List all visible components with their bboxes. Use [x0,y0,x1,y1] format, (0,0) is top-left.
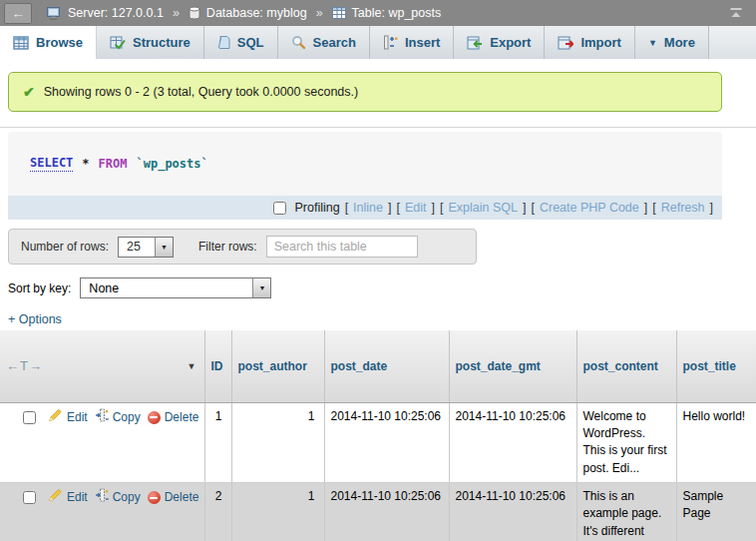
tabbar-filler [709,26,756,59]
tab-label: Insert [405,35,440,50]
options-toggle-link[interactable]: + Options [8,312,62,326]
cell-post-title: Sample Page [676,483,756,541]
sql-table-identifier: `wp_posts` [137,157,208,171]
row-select-checkbox[interactable] [23,411,36,424]
tab-search[interactable]: Search [278,26,370,59]
sql-query-display: SELECT * FROM `wp_posts` [8,132,722,196]
insert-icon [383,35,398,50]
tab-label: SQL [237,35,264,50]
bracket: ] [388,201,391,215]
tab-label: Structure [133,35,190,50]
breadcrumb: ← Server: 127.0.0.1 » Database: myblog »… [0,0,756,26]
breadcrumb-separator: » [173,6,180,20]
row-actions-cell: Edit Copy Delete [0,483,204,541]
cell-post-content: Welcome to WordPress. This is your first… [576,402,676,483]
cell-id: 2 [204,483,231,541]
row-actions-header: ←T→ ▼ [0,330,204,402]
import-icon [558,36,573,50]
copy-row-button[interactable]: Copy [95,408,141,427]
cell-post-date: 2014-11-10 10:25:06 [324,402,449,483]
table-row: Edit Copy Delete 1 1 2014-11-10 1 [0,402,756,483]
bracket: [ [652,201,655,215]
breadcrumb-server[interactable]: Server: 127.0.0.1 [68,6,164,20]
edit-row-button[interactable]: Edit [48,408,88,427]
tab-label: Export [490,35,531,50]
column-header-post-date[interactable]: post_date [324,330,449,402]
tab-sql[interactable]: SQL [204,26,278,59]
breadcrumb-database[interactable]: Database: myblog [206,6,307,20]
breadcrumb-separator: » [316,6,323,20]
tab-more[interactable]: ▼ More [635,26,709,59]
column-header-post-title[interactable]: post_title [676,330,756,402]
delete-icon [148,411,161,424]
copy-link: Copy [113,489,141,506]
chevron-down-icon: ▼ [648,38,657,48]
tab-structure[interactable]: Structure [97,26,204,59]
pencil-icon [48,488,63,507]
cell-post-date-gmt: 2014-11-10 10:25:06 [449,483,576,541]
cell-post-content: This is an example page. It's different … [576,483,676,541]
bracket: [ [345,201,348,215]
cell-id: 1 [204,402,231,483]
number-of-rows-label: Number of rows: [21,240,109,254]
column-header-post-content[interactable]: post_content [576,330,676,402]
sql-keyword-from: FROM [99,157,128,171]
back-arrow-button[interactable]: ← [4,3,32,24]
column-header-post-author[interactable]: post_author [231,330,324,402]
success-check-icon: ✔ [23,84,35,100]
tab-import[interactable]: Import [545,26,634,59]
sql-star: * [82,157,89,171]
tab-insert[interactable]: Insert [370,26,454,59]
profiling-label: Profiling [294,201,339,215]
edit-link: Edit [67,489,88,506]
tab-label: Browse [36,35,83,50]
search-icon [291,35,306,50]
profiling-checkbox[interactable] [273,202,286,215]
column-header-post-date-gmt[interactable]: post_date_gmt [449,330,576,402]
cell-post-date-gmt: 2014-11-10 10:25:06 [449,402,576,483]
pencil-icon [48,408,63,427]
sql-icon [217,35,230,50]
tab-browse[interactable]: Browse [0,26,97,59]
table-row: Edit Copy Delete 2 1 2014-11-10 1 [0,483,756,541]
browse-icon [13,36,29,50]
status-message: ✔ Showing rows 0 - 2 (3 total, Query too… [8,72,722,112]
row-select-checkbox[interactable] [23,491,36,504]
number-of-rows-select[interactable]: 25 ▼ [118,237,174,258]
transpose-icon[interactable]: ←T→ [6,358,43,373]
delete-row-button[interactable]: Delete [148,489,199,506]
rows-filter-bar: Number of rows: 25 ▼ Filter rows: [8,229,477,265]
bracket: ] [644,201,647,215]
bracket: [ [440,201,443,215]
number-of-rows-value: 25 [119,238,155,257]
export-icon [467,36,483,50]
collapse-to-top-icon[interactable] [728,7,744,19]
phpmyadmin-window: ← Server: 127.0.0.1 » Database: myblog »… [0,0,756,541]
create-php-code-link[interactable]: Create PHP Code [540,201,639,215]
sql-keyword-select: SELECT [30,156,73,172]
query-actions-bar: Profiling [ Inline ] [ Edit ] [ Explain … [8,196,722,220]
filter-rows-input[interactable] [266,236,418,258]
edit-row-button[interactable]: Edit [48,488,88,507]
sort-by-key-select[interactable]: None ▼ [80,277,271,298]
table-header-row: ←T→ ▼ ID post_author post_date post_date… [0,330,756,402]
sort-dropdown-icon[interactable]: ▼ [188,361,196,371]
server-icon [47,7,62,20]
copy-row-button[interactable]: Copy [95,488,141,507]
section-divider [0,127,756,128]
tab-export[interactable]: Export [454,26,545,59]
delete-icon [148,491,161,504]
structure-icon [110,36,126,50]
edit-query-link[interactable]: Edit [405,201,427,215]
breadcrumb-table[interactable]: Table: wp_posts [352,6,442,20]
bracket: ] [523,201,526,215]
inline-link[interactable]: Inline [353,201,383,215]
explain-sql-link[interactable]: Explain SQL [448,201,517,215]
column-header-id[interactable]: ID [204,330,231,402]
bracket: [ [396,201,399,215]
sort-by-key-row: Sort by key: None ▼ [8,277,756,298]
filter-rows-label: Filter rows: [198,240,257,254]
status-message-text: Showing rows 0 - 2 (3 total, Query took … [44,85,358,99]
refresh-link[interactable]: Refresh [661,201,705,215]
delete-row-button[interactable]: Delete [148,409,199,426]
